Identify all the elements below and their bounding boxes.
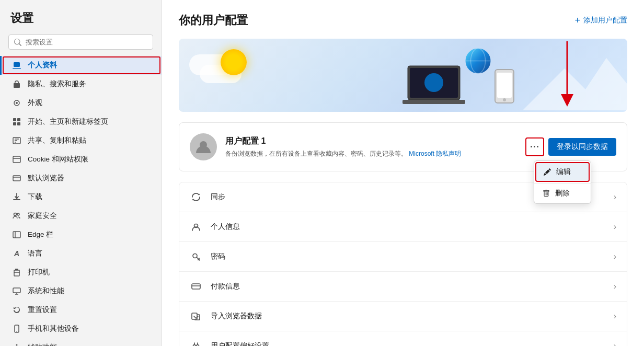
settings-label-import: 导入浏览器数据 bbox=[211, 312, 614, 321]
sidebar-item-label-reset: 重置设置 bbox=[28, 305, 57, 315]
svg-rect-20 bbox=[15, 269, 18, 270]
reset-icon bbox=[12, 305, 21, 315]
sidebar-item-language[interactable]: A 语言 bbox=[0, 244, 162, 263]
settings-list: 同步 › 个人信息 › 密码 bbox=[179, 182, 627, 346]
profile-actions: ··· 登录以同步数据 编辑 bbox=[525, 137, 616, 156]
svg-rect-29 bbox=[402, 100, 465, 104]
main-header: 你的用户配置 + 添加用户配置 bbox=[179, 13, 627, 28]
settings-item-prefs[interactable]: 用户配置偏好设置 › bbox=[179, 331, 627, 346]
sidebar-item-mobile[interactable]: 手机和其他设备 bbox=[0, 319, 162, 338]
profile-desc-text: 备份浏览数据，在所有设备上查看收藏内容、密码、历史记录等。 bbox=[225, 150, 407, 157]
svg-rect-17 bbox=[13, 232, 20, 238]
sidebar-item-newtab[interactable]: 开始、主页和新建标签页 bbox=[0, 112, 162, 131]
sidebar-item-edgebar[interactable]: Edge 栏 bbox=[0, 225, 162, 244]
settings-item-payment[interactable]: 付款信息 › bbox=[179, 272, 627, 302]
banner-decoration bbox=[179, 39, 627, 112]
svg-rect-19 bbox=[14, 272, 19, 276]
context-menu: 编辑 删除 bbox=[534, 160, 591, 204]
svg-rect-0 bbox=[14, 62, 20, 67]
default-icon bbox=[12, 174, 21, 183]
sidebar-item-cookies[interactable]: Cookie 和网站权限 bbox=[0, 150, 162, 169]
main-content: 你的用户配置 + 添加用户配置 bbox=[162, 0, 644, 346]
cookies-icon bbox=[12, 155, 21, 164]
profile-info: 用户配置 1 备份浏览数据，在所有设备上查看收藏内容、密码、历史记录等。 Mic… bbox=[225, 136, 517, 158]
settings-label-prefs: 用户配置偏好设置 bbox=[211, 341, 614, 346]
sidebar-item-share[interactable]: 共享、复制和粘贴 bbox=[0, 131, 162, 150]
sidebar-item-label-edgebar: Edge 栏 bbox=[28, 230, 53, 239]
family-icon bbox=[12, 211, 21, 221]
svg-point-5 bbox=[16, 102, 18, 104]
sidebar-item-label-profile: 个人资料 bbox=[28, 61, 57, 70]
context-menu-delete-label: 删除 bbox=[555, 189, 570, 198]
sidebar-item-appearance[interactable]: 外观 bbox=[0, 94, 162, 112]
svg-point-30 bbox=[424, 73, 443, 92]
sidebar-item-label-privacy: 隐私、搜索和服务 bbox=[28, 79, 86, 89]
profile-name: 用户配置 1 bbox=[225, 136, 517, 147]
svg-rect-21 bbox=[13, 288, 20, 293]
settings-item-import[interactable]: 导入浏览器数据 › bbox=[179, 302, 627, 331]
sync-icon bbox=[190, 191, 202, 203]
context-menu-delete[interactable]: 删除 bbox=[534, 183, 591, 203]
sidebar-item-label-language: 语言 bbox=[28, 249, 42, 258]
sidebar-item-downloads[interactable]: 下载 bbox=[0, 188, 162, 206]
svg-rect-6 bbox=[13, 118, 16, 121]
sidebar-item-print[interactable]: 打印机 bbox=[0, 263, 162, 282]
svg-rect-13 bbox=[13, 176, 20, 181]
svg-rect-32 bbox=[497, 73, 512, 98]
card-icon bbox=[190, 280, 202, 293]
svg-point-33 bbox=[503, 98, 506, 101]
downloads-icon bbox=[12, 192, 21, 202]
dots-icon: ··· bbox=[530, 142, 539, 153]
sidebar-item-reset[interactable]: 重置设置 bbox=[0, 301, 162, 319]
sidebar-item-accessibility[interactable]: 辅助功能 bbox=[0, 338, 162, 346]
banner-arrow-annotation bbox=[557, 39, 578, 108]
add-profile-button[interactable]: + 添加用户配置 bbox=[574, 16, 627, 25]
sidebar-item-family[interactable]: 家庭安全 bbox=[0, 206, 162, 225]
privacy-link[interactable]: Microsoft 隐私声明 bbox=[409, 150, 461, 157]
search-box[interactable] bbox=[8, 34, 153, 50]
sync-button[interactable]: 登录以同步数据 bbox=[548, 138, 616, 156]
sidebar-nav: 个人资料 隐私、搜索和服务 外观 开始、主页和新建标签页 bbox=[0, 56, 162, 346]
search-input[interactable] bbox=[26, 38, 147, 46]
profile-card-inner: 用户配置 1 备份浏览数据，在所有设备上查看收藏内容、密码、历史记录等。 Mic… bbox=[190, 133, 616, 160]
sidebar-item-label-mobile: 手机和其他设备 bbox=[28, 324, 79, 333]
profile-description: 备份浏览数据，在所有设备上查看收藏内容、密码、历史记录等。 Microsoft … bbox=[225, 149, 517, 158]
key-icon bbox=[190, 250, 202, 263]
settings-item-password[interactable]: 密码 › bbox=[179, 242, 627, 272]
profile-avatar bbox=[190, 133, 217, 160]
laptop-decoration bbox=[402, 63, 465, 108]
accessibility-icon bbox=[12, 343, 21, 346]
chevron-icon-payment: › bbox=[614, 282, 616, 291]
profile-card: 用户配置 1 备份浏览数据，在所有设备上查看收藏内容、密码、历史记录等。 Mic… bbox=[179, 122, 627, 171]
profile-icon bbox=[12, 61, 21, 70]
svg-rect-8 bbox=[13, 122, 16, 125]
chevron-icon-password: › bbox=[614, 252, 616, 261]
sidebar-item-system[interactable]: 系统和性能 bbox=[0, 282, 162, 301]
sidebar-item-label-appearance: 外观 bbox=[28, 98, 42, 108]
more-options-button[interactable]: ··· bbox=[525, 137, 544, 156]
sidebar-item-label-print: 打印机 bbox=[28, 268, 50, 277]
edge-sphere-decoration bbox=[464, 47, 492, 77]
print-icon bbox=[12, 268, 21, 277]
context-menu-edit[interactable]: 编辑 bbox=[535, 162, 590, 182]
prefs-icon bbox=[190, 340, 202, 346]
add-profile-label: 添加用户配置 bbox=[583, 16, 627, 25]
person-icon bbox=[190, 221, 202, 233]
sidebar-item-label-system: 系统和性能 bbox=[28, 286, 64, 296]
settings-label-password: 密码 bbox=[211, 252, 614, 261]
sidebar-item-profile[interactable]: 个人资料 bbox=[0, 56, 162, 75]
sidebar-item-default[interactable]: 默认浏览器 bbox=[0, 169, 162, 188]
sidebar: 设置 个人资料 隐私、搜索和服务 bbox=[0, 0, 162, 346]
svg-rect-44 bbox=[192, 284, 200, 289]
settings-item-personal[interactable]: 个人信息 › bbox=[179, 212, 627, 242]
sidebar-title: 设置 bbox=[0, 10, 162, 34]
chevron-icon-sync: › bbox=[614, 192, 616, 202]
chevron-icon-import: › bbox=[614, 312, 616, 321]
sidebar-item-label-family: 家庭安全 bbox=[28, 211, 57, 221]
svg-point-26 bbox=[16, 344, 18, 346]
sidebar-item-label-cookies: Cookie 和网站权限 bbox=[28, 155, 88, 164]
import-icon bbox=[190, 310, 202, 322]
sidebar-item-privacy[interactable]: 隐私、搜索和服务 bbox=[0, 75, 162, 94]
page-title: 你的用户配置 bbox=[179, 13, 248, 28]
chevron-icon-personal: › bbox=[614, 222, 616, 232]
